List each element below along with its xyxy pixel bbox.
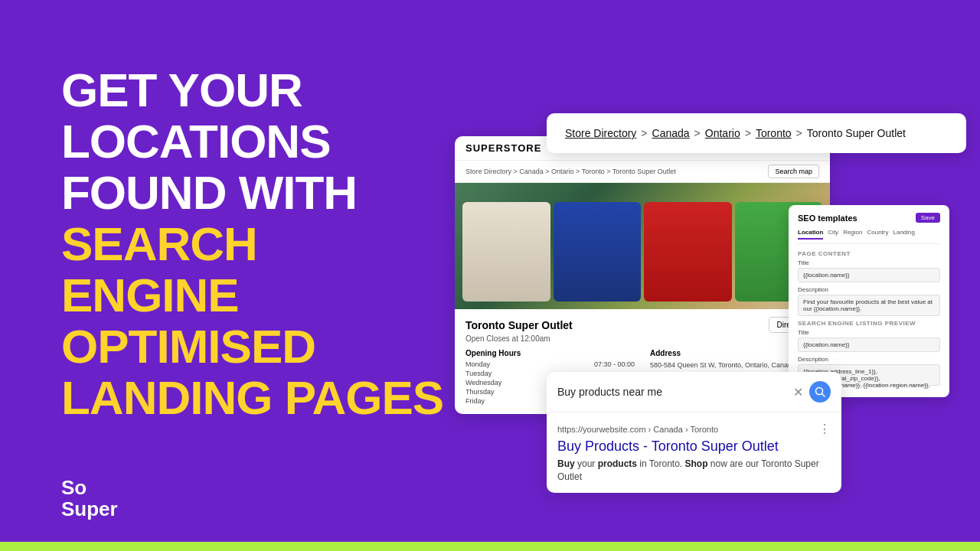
breadcrumb-sep-1: > — [641, 127, 647, 139]
result-title[interactable]: Buy Products - Toronto Super Outlet — [557, 439, 831, 455]
seo-card-title: SEO templates — [798, 214, 858, 223]
result-url: https://yourwebsite.com › Canada › Toron… — [557, 422, 831, 436]
seo-tab-country[interactable]: Country — [867, 229, 888, 240]
svg-line-1 — [822, 394, 825, 397]
breadcrumb-store-directory[interactable]: Store Directory — [565, 127, 636, 139]
seo-tab-landing[interactable]: Landing — [893, 229, 915, 240]
result-options-icon[interactable]: ⋮ — [818, 422, 831, 436]
title-input[interactable]: {{location.name}} — [798, 268, 940, 282]
search-clear-icon[interactable]: ✕ — [793, 385, 803, 399]
result-desc-products: products — [598, 458, 637, 469]
hero-section: GET YOUR LOCATIONS FOUND WITH SEARCH ENG… — [61, 65, 459, 424]
breadcrumb-current: Toronto Super Outlet — [807, 127, 906, 139]
breadcrumb-card: Store Directory > Canada > Ontario > Tor… — [547, 113, 966, 153]
breadcrumb-toronto[interactable]: Toronto — [756, 127, 792, 139]
description-input[interactable]: Find your favourite products at the best… — [798, 295, 940, 316]
breadcrumb-canada[interactable]: Canada — [652, 127, 690, 139]
seo-tab-location[interactable]: Location — [798, 229, 823, 240]
se-description-label: Description — [798, 356, 940, 363]
vending-machine-1 — [462, 202, 550, 302]
title-field-label: Title — [798, 259, 940, 266]
seo-tab-city[interactable]: City — [828, 229, 838, 240]
store-page-breadcrumb: Store Directory > Canada > Ontario > Tor… — [455, 161, 830, 183]
seo-templates-card: SEO templates Save Location City Region … — [789, 205, 949, 397]
store-logo: SUPERSTORE — [466, 142, 541, 154]
hero-heading: GET YOUR LOCATIONS FOUND WITH SEARCH ENG… — [61, 65, 459, 424]
se-title-label: Title — [798, 329, 940, 336]
so-super-logo: So Super — [61, 477, 118, 520]
result-desc-shop: Shop — [685, 458, 708, 469]
search-bar: Buy products near me ✕ — [547, 372, 841, 412]
search-engine-label: SEARCH ENGINE LISTING PREVIEW — [798, 320, 940, 327]
page-content-label: PAGE CONTENT — [798, 250, 940, 257]
hero-line2-yellow: SEARCH — [61, 217, 257, 270]
store-name: Toronto Super Outlet — [466, 319, 573, 331]
hours-title: Opening Hours — [466, 349, 635, 357]
search-input[interactable]: Buy products near me — [557, 386, 787, 398]
hero-line1: GET YOUR LOCATIONS — [61, 64, 331, 168]
search-icon — [815, 386, 825, 397]
vending-machine-3 — [644, 202, 732, 302]
result-desc-buy: Buy — [557, 458, 575, 469]
hero-line4: LANDING PAGES — [61, 371, 443, 424]
breadcrumb-sep-3: > — [745, 127, 751, 139]
seo-card-header: SEO templates Save — [798, 213, 940, 223]
search-map-button[interactable]: Search map — [768, 165, 819, 178]
search-result-body: https://yourwebsite.com › Canada › Toron… — [547, 412, 841, 493]
breadcrumb-sep-2: > — [694, 127, 701, 139]
result-description: Buy your products in Toronto. Shop now a… — [557, 458, 831, 484]
store-status: Open Closes at 12:00am — [466, 334, 819, 343]
hero-line2-white: FOUND WITH — [61, 166, 357, 219]
hours-monday: Monday 07:30 - 00:00 — [466, 360, 635, 368]
search-submit-button[interactable] — [809, 381, 831, 403]
seo-tab-region[interactable]: Region — [843, 229, 862, 240]
breadcrumb-ontario[interactable]: Ontario — [705, 127, 740, 139]
vending-machine-2 — [554, 202, 642, 302]
vending-machine-display — [455, 183, 830, 309]
search-result-card: Buy products near me ✕ https://yourwebsi… — [547, 372, 841, 493]
description-field-label: Description — [798, 286, 940, 293]
se-title-input[interactable]: {{location.name}} — [798, 337, 940, 352]
hero-line3: ENGINE OPTIMISED — [61, 269, 315, 373]
seo-tabs: Location City Region Country Landing — [798, 229, 940, 244]
store-name-row: Toronto Super Outlet Directions — [466, 317, 819, 333]
seo-save-button[interactable]: Save — [916, 213, 940, 223]
store-image — [455, 183, 830, 309]
breadcrumb-sep-4: > — [796, 127, 802, 139]
green-bottom-bar — [0, 542, 980, 551]
